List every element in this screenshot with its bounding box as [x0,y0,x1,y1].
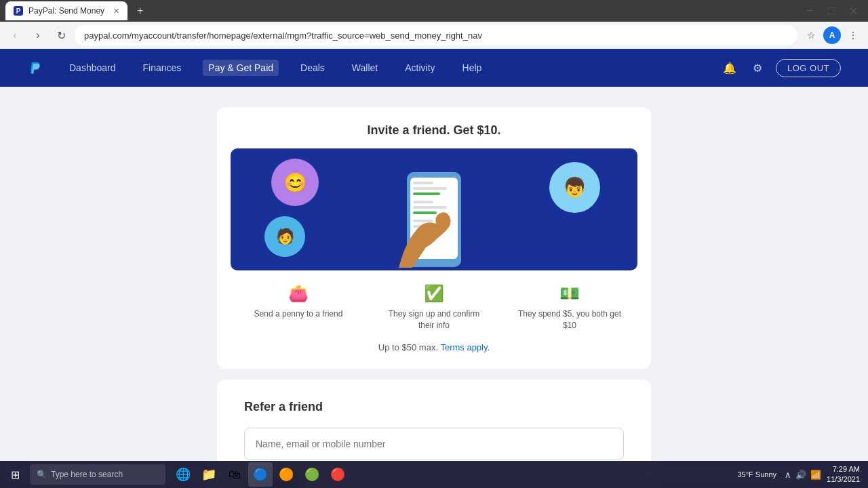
taskbar: ⊞ 🔍 Type here to search 🌐 📁 🛍 🔵 🟠 🟢 🔴 35… [0,461,868,488]
refer-input[interactable] [244,428,624,460]
taskbar-app-chrome[interactable]: 🔵 [248,462,273,487]
nav-finances[interactable]: Finances [138,60,187,76]
settings-button[interactable]: ⚙ [750,59,765,77]
avatar-face-2: 🧑 [276,228,294,245]
maximize-button[interactable]: □ [822,1,841,20]
svg-rect-2 [413,182,433,184]
nav-help[interactable]: Help [457,60,488,76]
nav-links: Dashboard Finances Pay & Get Paid Deals … [64,60,720,76]
refer-title: Refer a friend [244,400,624,414]
start-button[interactable]: ⊞ [3,462,27,487]
bookmark-button[interactable]: ☆ [802,26,821,45]
avatar-face-1: 😊 [283,171,307,194]
refresh-button[interactable]: ↻ [52,26,71,45]
nav-pay-get-paid[interactable]: Pay & Get Paid [203,60,279,76]
extensions-button[interactable]: ⋮ [844,26,863,45]
search-icon: 🔍 [37,470,47,479]
taskbar-app-1[interactable]: 🟠 [274,462,298,487]
taskbar-app-store[interactable]: 🛍 [222,462,247,487]
taskbar-date: 11/3/2021 [827,474,860,485]
taskbar-chevron-icon[interactable]: ∧ [785,470,791,480]
hand-illustration [385,200,467,268]
terms-link[interactable]: Terms apply. [440,342,490,352]
taskbar-volume-icon[interactable]: 🔊 [795,470,806,480]
nav-right-section: 🔔 ⚙ LOG OUT [720,59,841,77]
taskbar-apps: 🌐 📁 🛍 🔵 🟠 🟢 🔴 [171,462,350,487]
close-button[interactable]: ✕ [844,1,863,20]
taskbar-app-3[interactable]: 🔴 [326,462,350,487]
taskbar-app-explorer[interactable]: 📁 [197,462,221,487]
taskbar-clock[interactable]: 7:29 AM 11/3/2021 [827,464,860,485]
address-bar[interactable] [75,25,797,45]
svg-rect-3 [413,187,447,190]
new-tab-button[interactable]: + [133,5,147,17]
taskbar-search[interactable]: 🔍 Type here to search [30,464,165,485]
nav-wallet[interactable]: Wallet [347,60,383,76]
back-button[interactable]: ‹ [5,26,24,45]
taskbar-app-edge[interactable]: 🌐 [171,462,195,487]
step-3: 💵 They spend $5, you both get $10 [515,284,624,331]
terms-prefix: Up to $50 max. [378,342,441,352]
browser-toolbar: ‹ › ↻ ☆ A ⋮ [0,22,868,49]
promo-banner: 😊 🧑 👦 [231,148,637,270]
avatar-bubble-blue-right: 👦 [549,162,600,213]
step-1-text: Send a penny to a friend [254,308,343,320]
taskbar-right: 35°F Sunny ∧ 🔊 📶 7:29 AM 11/3/2021 [737,464,865,485]
taskbar-system-icons: ∧ 🔊 📶 [785,470,821,480]
notifications-button[interactable]: 🔔 [720,59,739,77]
paypal-navbar: Dashboard Finances Pay & Get Paid Deals … [0,49,868,87]
step-1-icon: 👛 [288,284,309,303]
forward-button[interactable]: › [28,26,47,45]
nav-dashboard[interactable]: Dashboard [64,60,121,76]
step-1: 👛 Send a penny to a friend [244,284,353,331]
tab-title: PayPal: Send Money [28,6,104,16]
step-2-icon: ✅ [424,284,444,303]
paypal-logo[interactable] [27,60,43,76]
taskbar-time: 7:29 AM [827,464,860,474]
terms-row: Up to $50 max. Terms apply. [231,342,637,352]
avatar-bubble-purple: 😊 [271,159,319,206]
minimize-button[interactable]: − [800,1,819,20]
main-content: Invite a friend. Get $10. 😊 🧑 👦 [0,87,868,488]
step-2-text: They sign up and confirm their info [380,308,488,331]
steps-row: 👛 Send a penny to a friend ✅ They sign u… [231,284,637,331]
promo-card: Invite a friend. Get $10. 😊 🧑 👦 [217,107,651,369]
step-2: ✅ They sign up and confirm their info [380,284,488,331]
tab-close-button[interactable]: ✕ [113,7,119,16]
taskbar-search-label: Type here to search [51,470,123,479]
taskbar-app-2[interactable]: 🟢 [300,462,324,487]
tab-favicon: P [14,6,23,16]
nav-deals[interactable]: Deals [295,60,330,76]
promo-title: Invite a friend. Get $10. [231,123,637,138]
browser-tab[interactable]: P PayPal: Send Money ✕ [5,1,127,20]
svg-rect-4 [413,192,440,195]
avatar-face-3: 👦 [563,176,587,199]
browser-titlebar: P PayPal: Send Money ✕ + − □ ✕ [0,0,868,22]
step-3-icon: 💵 [559,284,580,303]
nav-activity[interactable]: Activity [399,60,440,76]
taskbar-network-icon[interactable]: 📶 [810,470,821,480]
profile-avatar[interactable]: A [823,26,841,44]
logout-button[interactable]: LOG OUT [776,59,841,77]
taskbar-weather: 35°F Sunny [737,470,776,479]
avatar-bubble-blue-left: 🧑 [264,216,305,257]
toolbar-icons: ☆ A ⋮ [802,26,863,45]
step-3-text: They spend $5, you both get $10 [515,308,624,331]
